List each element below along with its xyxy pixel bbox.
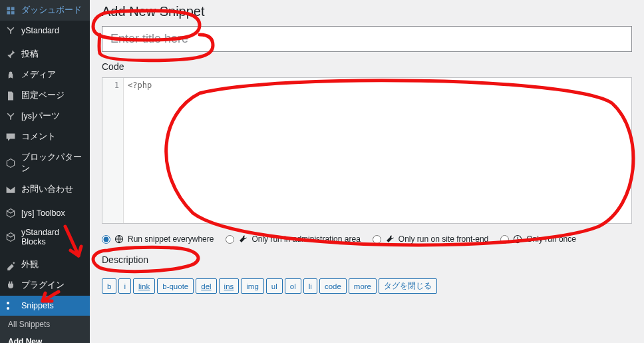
sidebar-item-label: 外観 bbox=[21, 259, 39, 270]
run-option-radio[interactable] bbox=[373, 235, 381, 244]
sidebar-item-コメント[interactable]: コメント bbox=[0, 127, 90, 147]
code-label: Code bbox=[102, 61, 632, 72]
sidebar-item-label: yStandard bbox=[21, 26, 59, 35]
main-content: Add New Snippet Code 1 <?php Run snippet… bbox=[90, 0, 644, 343]
sidebar-item-label: 固定ページ bbox=[21, 90, 65, 101]
qt-タグを閉じる[interactable]: タグを閉じる bbox=[379, 278, 437, 294]
sidebar-item-label: ブロックパターン bbox=[21, 152, 84, 174]
appearance-icon bbox=[5, 260, 16, 270]
run-option-label: Only run on site front-end bbox=[399, 234, 488, 244]
run-option-0[interactable]: Run snippet everywhere bbox=[102, 234, 214, 244]
run-option-radio[interactable] bbox=[500, 235, 509, 244]
qt-b[interactable]: b bbox=[102, 278, 116, 294]
run-scope-options: Run snippet everywhereOnly run in admini… bbox=[102, 234, 632, 244]
sidebar-item-プラグイン[interactable]: プラグイン bbox=[0, 275, 90, 296]
pattern-icon bbox=[5, 158, 16, 169]
globe-icon bbox=[114, 234, 124, 244]
wrench-icon bbox=[385, 234, 395, 244]
sidebar-item-ブロックパターン[interactable]: ブロックパターン bbox=[0, 147, 90, 179]
plugin-icon bbox=[5, 280, 16, 291]
sidebar-item-label: お問い合わせ bbox=[21, 184, 73, 195]
run-option-1[interactable]: Only run in administration area bbox=[226, 234, 360, 244]
qt-li[interactable]: li bbox=[303, 278, 317, 294]
sidebar-item-[ys] Toolbox[interactable]: [ys] Toolbox bbox=[0, 203, 90, 223]
mail-icon bbox=[5, 184, 16, 195]
sidebar-item-label: コメント bbox=[21, 131, 56, 143]
sidebar-item-label: プラグイン bbox=[21, 280, 65, 291]
page-icon bbox=[5, 91, 16, 101]
code-gutter: 1 bbox=[102, 78, 124, 223]
clock-icon bbox=[513, 234, 522, 244]
cube-icon bbox=[5, 232, 16, 242]
media-icon bbox=[5, 70, 16, 81]
wrench-icon bbox=[238, 234, 247, 244]
admin-sidebar: ダッシュボードyStandard投稿メディア固定ページ[ys]パーツコメントブロ… bbox=[0, 0, 90, 343]
qt-del[interactable]: del bbox=[196, 278, 216, 294]
submenu-all-snippets[interactable]: All Snippets bbox=[0, 316, 90, 333]
sidebar-item-label: [ys]パーツ bbox=[21, 111, 60, 122]
page-title: Add New Snippet bbox=[102, 4, 632, 19]
sidebar-item-[ys]パーツ[interactable]: [ys]パーツ bbox=[0, 106, 90, 127]
sidebar-item-Snippets[interactable]: Snippets bbox=[0, 296, 90, 316]
sidebar-item-label: メディア bbox=[21, 69, 56, 81]
pin-icon bbox=[5, 49, 16, 60]
qt-link[interactable]: link bbox=[133, 278, 155, 294]
dashboard-icon bbox=[5, 5, 16, 16]
code-line-number: 1 bbox=[106, 81, 119, 90]
submenu-add-new[interactable]: Add New bbox=[0, 333, 90, 343]
qt-b-quote[interactable]: b-quote bbox=[157, 278, 194, 294]
ys-icon bbox=[5, 111, 16, 122]
snippet-title-input[interactable] bbox=[102, 26, 632, 52]
code-area[interactable]: <?php bbox=[124, 78, 631, 223]
scissors-icon bbox=[5, 300, 16, 311]
run-option-label: Only run in administration area bbox=[251, 234, 360, 244]
sidebar-item-yStandard[interactable]: yStandard bbox=[0, 21, 90, 41]
qt-ul[interactable]: ul bbox=[266, 278, 283, 294]
qt-i[interactable]: i bbox=[118, 278, 131, 294]
qt-img[interactable]: img bbox=[241, 278, 264, 294]
sidebar-item-label: 投稿 bbox=[21, 49, 39, 60]
sidebar-item-label: yStandard Blocks bbox=[21, 228, 84, 246]
cube-icon bbox=[5, 208, 16, 218]
description-label: Description bbox=[102, 254, 632, 265]
comment-icon bbox=[5, 132, 16, 143]
run-option-label: Only run once bbox=[526, 234, 576, 244]
sidebar-item-お問い合わせ[interactable]: お問い合わせ bbox=[0, 179, 90, 200]
svg-point-1 bbox=[7, 302, 9, 304]
sidebar-item-label: [ys] Toolbox bbox=[21, 208, 65, 218]
sidebar-item-外観[interactable]: 外観 bbox=[0, 254, 90, 275]
quicktags-toolbar: bilinkb-quotedelinsimgulollicodemoreタグを閉… bbox=[102, 278, 632, 294]
svg-point-2 bbox=[7, 307, 9, 310]
sidebar-item-投稿[interactable]: 投稿 bbox=[0, 44, 90, 65]
sidebar-item-固定ページ[interactable]: 固定ページ bbox=[0, 85, 90, 106]
code-initial-tag: <?php bbox=[128, 81, 152, 90]
run-option-radio[interactable] bbox=[102, 235, 110, 244]
run-option-radio[interactable] bbox=[226, 235, 234, 244]
code-editor[interactable]: 1 <?php bbox=[102, 77, 632, 224]
qt-ol[interactable]: ol bbox=[285, 278, 301, 294]
qt-ins[interactable]: ins bbox=[219, 278, 240, 294]
run-option-3[interactable]: Only run once bbox=[500, 234, 576, 244]
sidebar-item-メディア[interactable]: メディア bbox=[0, 65, 90, 85]
sidebar-item-label: ダッシュボード bbox=[21, 5, 82, 16]
ys-icon bbox=[5, 25, 16, 36]
run-option-2[interactable]: Only run on site front-end bbox=[373, 234, 488, 244]
sidebar-item-ダッシュボード[interactable]: ダッシュボード bbox=[0, 0, 90, 21]
run-option-label: Run snippet everywhere bbox=[128, 234, 214, 244]
qt-code[interactable]: code bbox=[319, 278, 347, 294]
qt-more[interactable]: more bbox=[349, 278, 377, 294]
sidebar-item-yStandard Blocks[interactable]: yStandard Blocks bbox=[0, 223, 90, 251]
sidebar-item-label: Snippets bbox=[21, 301, 54, 310]
